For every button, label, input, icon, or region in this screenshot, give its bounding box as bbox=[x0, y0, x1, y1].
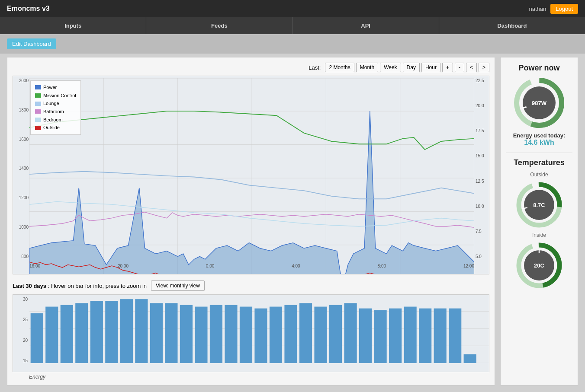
bar-chart-container: 30 25 20 15 bbox=[13, 294, 489, 372]
svg-rect-27 bbox=[135, 299, 148, 363]
bar-section: Last 30 days : Hover on bar for info, pr… bbox=[13, 280, 489, 380]
btn-minus[interactable]: - bbox=[455, 63, 464, 72]
btn-day[interactable]: Day bbox=[403, 63, 420, 72]
inside-gauge: 20C bbox=[515, 242, 563, 289]
svg-rect-43 bbox=[374, 310, 387, 363]
svg-rect-38 bbox=[299, 303, 312, 363]
power-title: Power now bbox=[506, 64, 572, 73]
legend-outside: Outside bbox=[35, 124, 76, 132]
btn-2months[interactable]: 2 Months bbox=[325, 63, 354, 72]
svg-rect-48 bbox=[449, 309, 461, 363]
svg-rect-29 bbox=[165, 303, 177, 363]
svg-rect-20 bbox=[31, 313, 43, 363]
view-monthly-button[interactable]: View: monthly view bbox=[151, 280, 205, 291]
outside-gauge: 8.7C bbox=[515, 181, 563, 229]
svg-rect-22 bbox=[61, 305, 73, 363]
bar-header: Last 30 days : Hover on bar for info, pr… bbox=[13, 280, 489, 291]
btn-prev[interactable]: < bbox=[466, 63, 477, 72]
power-gauge: 987W bbox=[513, 77, 565, 129]
legend-power: Power bbox=[35, 83, 76, 92]
energy-today: Energy used today: 14.6 kWh bbox=[506, 132, 572, 147]
x-axis: 16:00 20:00 0:00 4:00 8:00 12:00 bbox=[29, 262, 474, 274]
inside-gauge-wrapper: 20C bbox=[506, 242, 572, 289]
divider-1 bbox=[506, 153, 572, 153]
bar-y-axis: 30 25 20 15 bbox=[13, 295, 29, 363]
btn-hour[interactable]: Hour bbox=[421, 63, 440, 72]
svg-rect-28 bbox=[150, 303, 163, 363]
svg-rect-21 bbox=[45, 307, 58, 363]
svg-rect-24 bbox=[90, 301, 103, 363]
energy-label: Energy bbox=[13, 374, 489, 380]
right-panel: Power now 987W Energy used today: 14.6 k… bbox=[500, 57, 578, 386]
legend-mission-control: Mission Control bbox=[35, 92, 76, 100]
logout-button[interactable]: Logout bbox=[550, 4, 578, 14]
nav-inputs[interactable]: Inputs bbox=[0, 17, 146, 34]
topbar: Emoncms v3 nathan Logout bbox=[0, 0, 585, 17]
legend-bathroom: Bathroom bbox=[35, 108, 76, 116]
legend-bedroom: Bedroom bbox=[35, 116, 76, 124]
left-panel: Last: 2 Months Month Week Day Hour + - <… bbox=[7, 57, 495, 386]
power-gauge-label: 987W bbox=[526, 89, 553, 116]
line-chart-svg bbox=[29, 78, 474, 274]
username: nathan bbox=[529, 6, 546, 12]
navbar: Inputs Feeds API Dashboard bbox=[0, 17, 585, 34]
svg-rect-26 bbox=[120, 299, 133, 363]
time-controls: Last: 2 Months Month Week Day Hour + - <… bbox=[13, 63, 489, 72]
svg-rect-23 bbox=[75, 303, 88, 363]
nav-dashboard[interactable]: Dashboard bbox=[439, 17, 585, 34]
legend-lounge: Lounge bbox=[35, 99, 76, 108]
y-axis-left: 2000 1800 1600 1400 1200 1000 800 bbox=[13, 76, 29, 261]
btn-plus[interactable]: + bbox=[442, 63, 453, 72]
edit-bar: Edit Dashboard bbox=[0, 34, 585, 54]
line-chart-container: 2000 1800 1600 1400 1200 1000 800 22.5 2… bbox=[13, 76, 489, 274]
svg-rect-25 bbox=[105, 301, 118, 363]
btn-next[interactable]: > bbox=[479, 63, 489, 72]
outside-gauge-label: 8.7C bbox=[527, 193, 551, 217]
chart-legend: Power Mission Control Lounge Bathroom Be… bbox=[30, 80, 81, 135]
last-label: Last: bbox=[309, 64, 321, 71]
svg-rect-40 bbox=[329, 305, 342, 363]
svg-rect-32 bbox=[210, 305, 222, 363]
edit-dashboard-button[interactable]: Edit Dashboard bbox=[7, 38, 56, 49]
inside-gauge-label: 20C bbox=[527, 253, 551, 277]
app-title: Emoncms v3 bbox=[7, 5, 50, 13]
btn-month[interactable]: Month bbox=[356, 63, 378, 72]
svg-rect-34 bbox=[240, 307, 252, 363]
svg-rect-42 bbox=[359, 309, 372, 363]
nav-feeds[interactable]: Feeds bbox=[146, 17, 292, 34]
power-gauge-wrapper: 987W bbox=[506, 77, 572, 129]
nav-api[interactable]: API bbox=[293, 17, 439, 34]
svg-rect-35 bbox=[254, 309, 267, 363]
svg-rect-45 bbox=[404, 307, 417, 363]
svg-rect-30 bbox=[180, 305, 193, 363]
svg-rect-37 bbox=[284, 305, 297, 363]
svg-rect-36 bbox=[270, 307, 282, 363]
svg-rect-47 bbox=[434, 309, 447, 363]
energy-today-value: 14.6 kWh bbox=[506, 139, 572, 147]
temperatures-title: Temperatures bbox=[506, 158, 572, 167]
inside-label: Inside bbox=[506, 232, 572, 238]
y-axis-right: 22.5 20.0 17.5 15.0 12.5 10.0 7.5 5.0 bbox=[474, 76, 489, 261]
main-content: Last: 2 Months Month Week Day Hour + - <… bbox=[0, 54, 585, 389]
energy-today-label: Energy used today: bbox=[506, 132, 572, 139]
user-area: nathan Logout bbox=[529, 4, 578, 14]
outside-gauge-wrapper: 8.7C bbox=[506, 181, 572, 229]
svg-rect-49 bbox=[464, 354, 476, 363]
svg-rect-31 bbox=[195, 307, 207, 363]
svg-rect-33 bbox=[225, 305, 237, 363]
svg-rect-46 bbox=[419, 309, 431, 363]
svg-rect-41 bbox=[344, 303, 357, 363]
svg-rect-44 bbox=[389, 309, 402, 363]
bar-chart-svg bbox=[29, 295, 489, 363]
btn-week[interactable]: Week bbox=[380, 63, 401, 72]
outside-label: Outside bbox=[506, 172, 572, 178]
svg-rect-39 bbox=[314, 307, 327, 363]
bar-header-text: Last 30 days : Hover on bar for info, pr… bbox=[13, 283, 147, 289]
